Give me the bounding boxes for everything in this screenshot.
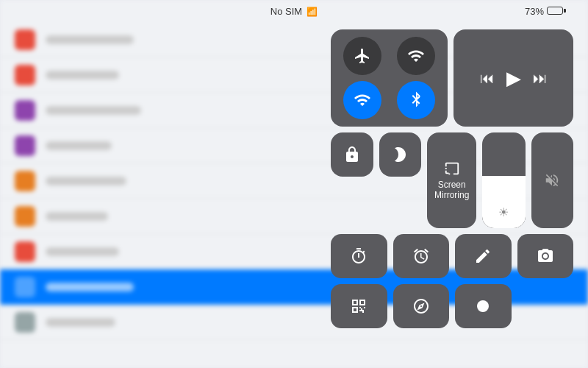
cc-row-2: ScreenMirroring ☀: [331, 132, 573, 228]
screen-record-button[interactable]: [455, 284, 512, 328]
compass-button[interactable]: [393, 284, 450, 328]
brightness-icon: ☀: [498, 205, 509, 219]
notes-button[interactable]: [455, 234, 512, 278]
media-block: ⏮ ▶ ⏭: [453, 29, 573, 127]
rewind-button[interactable]: ⏮: [480, 70, 495, 87]
list-item-text: [46, 212, 108, 221]
airplane-icon: [354, 47, 371, 65]
list-item-text: [46, 35, 134, 44]
cellular-button[interactable]: [397, 37, 435, 75]
list-item-text: [46, 141, 112, 150]
battery-icon: [547, 6, 566, 17]
qr-scanner-button[interactable]: [331, 284, 387, 328]
rotation-lock-icon: [343, 146, 361, 163]
list-item-icon: [15, 65, 35, 85]
camera-button[interactable]: [517, 234, 574, 278]
list-item-icon: [15, 29, 35, 50]
svg-point-0: [477, 300, 489, 312]
status-bar-right: 73%: [525, 6, 566, 17]
list-item-text: [46, 318, 115, 327]
notes-icon: [474, 247, 492, 265]
screen-rotation-lock-button[interactable]: [331, 132, 373, 177]
volume-mute-icon: [544, 172, 560, 188]
screen-mirroring-icon: [444, 160, 460, 177]
list-item-text: [46, 283, 134, 291]
bluetooth-icon: [409, 91, 423, 110]
list-item-text: [46, 106, 141, 115]
list-item-text: [46, 71, 119, 79]
list-item-icon: [15, 100, 35, 121]
control-center: ⏮ ▶ ⏭ ScreenMirroring: [331, 29, 573, 328]
carrier-label: No SIM: [270, 6, 302, 17]
brightness-fill: [482, 176, 525, 229]
compass-icon: [412, 297, 430, 315]
battery-percentage: 73%: [525, 6, 544, 17]
cc-row-4: [331, 284, 573, 328]
moon-icon: [391, 146, 409, 163]
fast-forward-button[interactable]: ⏭: [533, 70, 548, 87]
cc-row-3: [331, 234, 573, 278]
list-item-text: [46, 177, 126, 185]
list-item-icon: [15, 206, 35, 227]
camera-icon: [537, 247, 554, 265]
list-item-text: [46, 247, 119, 256]
connectivity-block: [331, 29, 448, 127]
bluetooth-button[interactable]: [397, 81, 435, 119]
do-not-disturb-button[interactable]: [379, 132, 422, 177]
list-item-icon: [15, 277, 35, 297]
play-button[interactable]: ▶: [506, 67, 521, 90]
status-bar: No SIM 📶: [0, 6, 588, 17]
wifi-button[interactable]: [343, 81, 381, 119]
media-controls: ⏮ ▶ ⏭: [480, 67, 548, 90]
airplane-mode-button[interactable]: [343, 37, 381, 75]
cellular-icon: [407, 47, 425, 65]
list-item-icon: [15, 312, 35, 333]
qr-icon: [350, 297, 368, 315]
alarm-icon: [412, 247, 430, 265]
record-icon: [474, 297, 492, 315]
alarm-button[interactable]: [393, 234, 450, 278]
volume-mute-button[interactable]: [531, 132, 574, 228]
list-item-icon: [15, 135, 35, 156]
list-item-icon: [15, 241, 35, 262]
cc-row-1: ⏮ ▶ ⏭: [331, 29, 573, 127]
brightness-slider[interactable]: ☀: [482, 132, 525, 228]
screen-mirroring-label: ScreenMirroring: [434, 180, 469, 201]
screen-mirroring-button[interactable]: ScreenMirroring: [427, 132, 476, 228]
wifi-icon: [354, 91, 371, 109]
timer-button[interactable]: [331, 234, 387, 278]
list-item-icon: [15, 171, 35, 191]
timer-icon: [350, 247, 368, 265]
wifi-icon: 📶: [306, 7, 318, 17]
